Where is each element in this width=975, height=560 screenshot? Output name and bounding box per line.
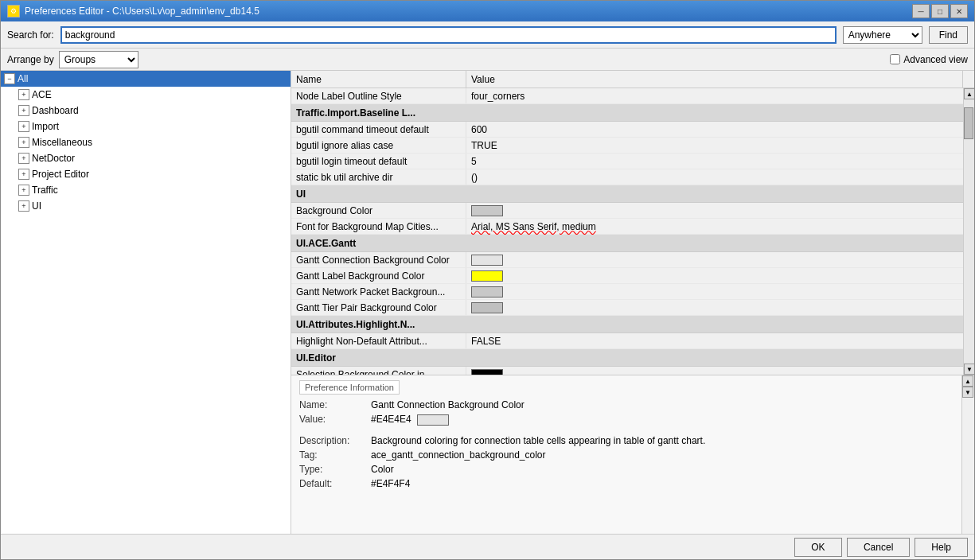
tree-scroll[interactable]: − All + ACE + Dashboard + Import + [1,71,291,534]
table-row[interactable]: Node Label Outline Style four_corners [291,88,963,104]
tree-item-projecteditor[interactable]: + Project Editor [1,166,291,182]
tree-item-ui[interactable]: + UI [1,198,291,214]
tree-expander-ui: + [18,200,29,212]
arrange-row: Arrange by Groups Name Tag [7,51,138,68]
pref-info-default-value: #E4F4F4 [371,478,954,489]
color-swatch [471,205,503,216]
font-value: Arial, MS Sans Serif, medium [471,221,596,232]
tree-expander-traffic: + [18,185,29,196]
ok-button[interactable]: OK [794,538,842,557]
table-row-gantt-conn[interactable]: Gantt Connection Background Color [291,252,963,268]
name-cell: Background Color [291,203,466,218]
table-row[interactable]: bgutil login timeout default 5 [291,154,963,169]
table-row[interactable]: Background Color [291,203,963,219]
value-cell [466,203,963,218]
table-row[interactable]: bgutil command timeout default 600 [291,122,963,138]
tree-item-all[interactable]: − All [1,71,291,87]
color-swatch [471,302,503,313]
cancel-button[interactable]: Cancel [847,538,910,557]
tree-item-dashboard[interactable]: + Dashboard [1,103,291,119]
pref-info-default-row: Default: #E4F4F4 [299,478,954,489]
pref-info-value-label: Value: [299,414,371,426]
search-input[interactable] [60,26,837,44]
header-name: Name [291,71,466,88]
help-button[interactable]: Help [915,538,968,557]
pref-info-scrollbar[interactable]: ▲ ▼ [961,375,974,534]
tree-label-traffic: Traffic [32,185,58,196]
title-bar: ⚙ Preferences Editor - C:\Users\Lv\op_ad… [1,1,974,21]
tree-label-misc: Miscellaneous [32,137,92,148]
color-swatch [471,286,503,298]
scroll-up-arrow[interactable]: ▲ [964,88,974,99]
name-cell: Node Label Outline Style [291,88,466,103]
window-title: Preferences Editor - C:\Users\Lv\op_admi… [25,6,259,17]
group-header-ui: UI [291,185,963,203]
scroll-thumb [964,107,973,139]
tree-expander-all: − [4,73,15,84]
prefs-table-area: Name Value Node Label Outline Style four… [291,71,974,375]
prefs-scrollbar[interactable]: ▲ ▼ [963,88,974,375]
name-cell: Font for Background Map Cities... [291,219,466,234]
table-row[interactable]: Selection Background Color in ... [291,367,963,375]
value-cell [466,367,963,375]
value-cell [466,284,963,299]
value-cell [466,300,963,315]
table-header: Name Value [291,71,974,88]
minimize-button[interactable]: ─ [912,4,930,18]
pref-info-name-value: Gantt Connection Background Color [371,399,954,410]
prefs-scroll[interactable]: Node Label Outline Style four_corners Tr… [291,88,963,375]
table-row[interactable]: Font for Background Map Cities... Arial,… [291,219,963,235]
right-panel: Name Value Node Label Outline Style four… [291,71,974,534]
tree-item-netdoctor[interactable]: + NetDoctor [1,150,291,166]
table-row-gantt-label[interactable]: Gantt Label Background Color [291,268,963,284]
preferences-editor-window: ⚙ Preferences Editor - C:\Users\Lv\op_ad… [0,0,975,560]
pref-info-name-label: Name: [299,399,371,410]
search-toolbar: Search for: Anywhere Name Value Descript… [1,21,974,49]
tree-item-ace[interactable]: + ACE [1,87,291,103]
title-bar-left: ⚙ Preferences Editor - C:\Users\Lv\op_ad… [7,5,259,18]
scroll-thumb-area [964,99,974,364]
table-row[interactable]: Highlight Non-Default Attribut... FALSE [291,333,963,349]
name-cell: bgutil command timeout default [291,122,466,137]
value-cell: 5 [466,154,963,169]
tree-label-dashboard: Dashboard [32,105,79,116]
tree-expander-misc: + [18,137,29,148]
location-dropdown[interactable]: Anywhere Name Value Description [843,26,922,44]
pref-info-panel: Preference Information Name: Gantt Conne… [291,375,974,534]
pref-info-swatch [417,414,449,426]
find-button[interactable]: Find [929,26,968,44]
name-cell: Highlight Non-Default Attribut... [291,333,466,348]
pref-info-tag-label: Tag: [299,449,371,461]
pref-info-default-label: Default: [299,478,371,489]
pref-info-tag-row: Tag: ace_gantt_connection_background_col… [299,449,954,461]
pref-scroll-down[interactable]: ▼ [962,387,973,398]
pref-scroll-up[interactable]: ▲ [962,375,973,387]
value-cell: TRUE [466,138,963,153]
close-button[interactable]: ✕ [950,4,968,18]
pref-info-tag-value: ace_gantt_connection_background_color [371,449,954,461]
advanced-view-label: Advanced view [903,54,968,65]
tree-label-all: All [18,73,28,84]
tree-item-miscellaneous[interactable]: + Miscellaneous [1,134,291,150]
tree-item-traffic[interactable]: + Traffic [1,182,291,198]
value-cell: four_corners [466,88,963,103]
name-cell: Gantt Network Packet Backgroun... [291,284,466,299]
table-row-gantt-network[interactable]: Gantt Network Packet Backgroun... [291,284,963,300]
tree-expander-netdoctor: + [18,153,29,164]
scroll-down-arrow[interactable]: ▼ [964,364,974,375]
main-content: − All + ACE + Dashboard + Import + [1,71,974,534]
tree-item-import[interactable]: + Import [1,119,291,134]
table-row-gantt-tier[interactable]: Gantt Tier Pair Background Color [291,300,963,316]
name-cell: bgutil ignore alias case [291,138,466,153]
name-cell: Gantt Connection Background Color [291,252,466,267]
pref-info-type-value: Color [371,464,954,475]
pref-info-type-label: Type: [299,464,371,475]
header-value: Value [466,71,963,88]
table-row[interactable]: bgutil ignore alias case TRUE [291,138,963,154]
maximize-button[interactable]: □ [931,4,949,18]
tree-label-import: Import [32,121,59,132]
advanced-view-checkbox[interactable] [890,54,900,64]
table-row[interactable]: static bk util archive dir () [291,169,963,185]
advanced-view-checkbox-label[interactable]: Advanced view [890,54,968,65]
arrange-dropdown[interactable]: Groups Name Tag [59,51,138,68]
